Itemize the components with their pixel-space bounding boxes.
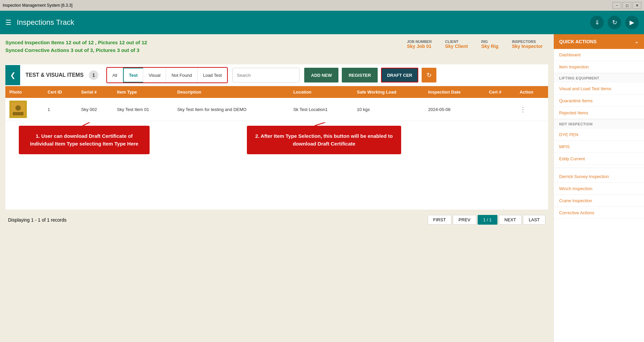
table-row: 1 Sky 002 Sky Test Item 01 Sky Test Item… <box>5 98 548 121</box>
back-button[interactable]: ❮ <box>5 65 20 85</box>
hamburger-icon[interactable]: ☰ <box>5 18 11 26</box>
sidebar-link-visual-load-test[interactable]: Visual and Load Test Items <box>554 83 644 95</box>
client-label: CLIENT <box>445 40 468 44</box>
sidebar-link-crane[interactable]: Crane Inspection <box>554 195 644 207</box>
annotation-area: 1. User can download Draft Certificate o… <box>5 122 548 210</box>
chevron-down-icon: ⌄ <box>635 39 639 44</box>
inspectors-value: Sky Inspector <box>512 44 543 49</box>
add-new-button[interactable]: ADD NEW <box>304 68 338 82</box>
inspectors-label: INSPECTORS <box>512 40 543 44</box>
sync-info: Synced Inspection Items 12 out of 12 , P… <box>5 40 147 55</box>
cell-action[interactable]: ⋮ <box>516 98 548 121</box>
item-photo <box>9 101 27 118</box>
pagination-info: Displaying 1 - 1 of 1 records <box>8 217 66 223</box>
data-table: Photo Cert ID Serial # Item Type Descrip… <box>5 86 548 121</box>
main-content: Synced Inspection Items 12 out of 12 , P… <box>0 34 644 342</box>
sync-line-2: Synced Corrective Actions 3 out of 3, Pi… <box>5 47 147 53</box>
sidebar-link-mpis[interactable]: MPIS <box>554 141 644 153</box>
window-controls: − ◻ ✕ <box>612 2 641 9</box>
sidebar-link-eddy-current[interactable]: Eddy Current <box>554 153 644 165</box>
rig-info: RIG Sky Rig <box>481 40 498 49</box>
cell-location: Sk Test Location1 <box>289 98 353 121</box>
sidebar-link-derrick[interactable]: Derrick Survey Inspection <box>554 171 644 183</box>
rig-value: Sky Rig <box>481 44 498 49</box>
first-page-button[interactable]: FIRST <box>428 215 452 225</box>
table-container: Photo Cert ID Serial # Item Type Descrip… <box>5 86 548 121</box>
client-value: Sky Client <box>445 44 468 49</box>
toolbar: ❮ TEST & VISUAL ITEMS 1 All Test Visual … <box>5 64 548 86</box>
inspectors-info: INSPECTORS Sky Inspector <box>512 40 543 49</box>
col-item-type: Item Type <box>113 86 173 98</box>
filter-all[interactable]: All <box>107 68 123 82</box>
logout-icon-button[interactable]: ▶ <box>625 16 639 29</box>
sidebar-link-winch[interactable]: Winch Inspection <box>554 183 644 195</box>
download-icon-button[interactable]: ⇓ <box>590 16 604 29</box>
refresh-button[interactable]: ↻ <box>422 68 436 82</box>
annotation-box-1: 1. User can download Draft Certificate o… <box>19 126 150 154</box>
photo-placeholder <box>9 101 27 118</box>
sidebar-link-quarantine[interactable]: Quarantine Items <box>554 95 644 107</box>
filter-test[interactable]: Test <box>123 68 144 82</box>
svg-line-7 <box>315 122 382 126</box>
rig-label: RIG <box>481 40 498 44</box>
title-bar: Inspection Management System [6.3.3] − ◻… <box>0 0 644 11</box>
app-title-text: Inspection Management System [6.3.3] <box>3 3 72 8</box>
filter-load-test[interactable]: Load Test <box>198 68 227 82</box>
col-swl: Safe Working Load <box>353 86 424 98</box>
cell-cert-id: 1 <box>44 98 77 121</box>
cell-serial: Sky 002 <box>77 98 113 121</box>
maximize-button[interactable]: ◻ <box>623 2 631 9</box>
sidebar-link-corrective-actions[interactable]: Corrective Actions <box>554 207 644 219</box>
next-page-button[interactable]: NEXT <box>499 215 522 225</box>
sidebar-link-item-inspection[interactable]: Item Inspection <box>554 61 644 73</box>
header-right: ⇓ ↻ ▶ <box>590 16 639 29</box>
svg-point-2 <box>15 105 21 111</box>
right-sidebar: QUICK ACTIONS ⌄ Dashboard Item Inspectio… <box>553 34 644 342</box>
app-title: Inspections Track <box>17 18 74 27</box>
quick-actions-header[interactable]: QUICK ACTIONS ⌄ <box>554 34 644 49</box>
left-panel: Synced Inspection Items 12 out of 12 , P… <box>0 34 553 342</box>
app-header: ☰ Inspections Track ⇓ ↻ ▶ <box>0 11 644 34</box>
cell-photo <box>5 98 44 121</box>
job-number-label: JOB NUMBER <box>407 40 432 44</box>
close-button[interactable]: ✕ <box>633 2 641 9</box>
table-header-row: Photo Cert ID Serial # Item Type Descrip… <box>5 86 548 98</box>
job-number-info: JOB NUMBER Sky Job 01 <box>407 40 432 49</box>
filter-visual[interactable]: Visual <box>143 68 166 82</box>
last-page-button[interactable]: LAST <box>523 215 545 225</box>
sidebar-link-dye-pen[interactable]: DYE PEN <box>554 129 644 141</box>
col-location: Location <box>289 86 353 98</box>
sidebar-link-rejected[interactable]: Rejected Items <box>554 107 644 119</box>
search-input[interactable] <box>232 68 300 82</box>
cell-description: Sky Test Item for testing and DEMO <box>173 98 289 121</box>
draft-certificate-button[interactable]: DRAFT CER <box>381 68 418 82</box>
job-info-bar: JOB NUMBER Sky Job 01 CLIENT Sky Client … <box>407 40 548 49</box>
svg-rect-3 <box>13 112 23 115</box>
pagination-bar: Displaying 1 - 1 of 1 records FIRST PREV… <box>5 210 548 227</box>
filter-group: All Test Visual Not Found Load Test <box>106 67 228 83</box>
sync-icon-button[interactable]: ↻ <box>608 16 621 29</box>
sidebar-link-dashboard[interactable]: Dashboard <box>554 49 644 61</box>
header-left: ☰ Inspections Track <box>5 18 74 27</box>
job-number-value: Sky Job 01 <box>407 44 432 49</box>
quick-actions-label: QUICK ACTIONS <box>559 39 596 44</box>
register-button[interactable]: REGISTER <box>342 68 377 82</box>
minimize-button[interactable]: − <box>612 2 621 9</box>
col-inspection-date: Inspection Date <box>424 86 485 98</box>
prev-page-button[interactable]: PREV <box>453 215 476 225</box>
sync-line-1: Synced Inspection Items 12 out of 12 , P… <box>5 40 147 45</box>
col-action: Action <box>516 86 548 98</box>
filter-not-found[interactable]: Not Found <box>166 68 198 82</box>
sidebar-section-lifting: LIFTING EQUIPMENT <box>554 73 644 83</box>
current-page-indicator: 1 / 1 <box>478 215 497 225</box>
col-photo: Photo <box>5 86 44 98</box>
col-description: Description <box>173 86 289 98</box>
cell-swl: 10 kgs <box>353 98 424 121</box>
table-section: ❮ TEST & VISUAL ITEMS 1 All Test Visual … <box>5 64 548 210</box>
count-badge: 1 <box>89 70 98 80</box>
action-menu-icon[interactable]: ⋮ <box>520 106 526 113</box>
col-cert-id: Cert ID <box>44 86 77 98</box>
col-cert-num: Cert # <box>485 86 516 98</box>
svg-line-6 <box>83 122 130 126</box>
section-title: TEST & VISUAL ITEMS <box>20 72 89 78</box>
